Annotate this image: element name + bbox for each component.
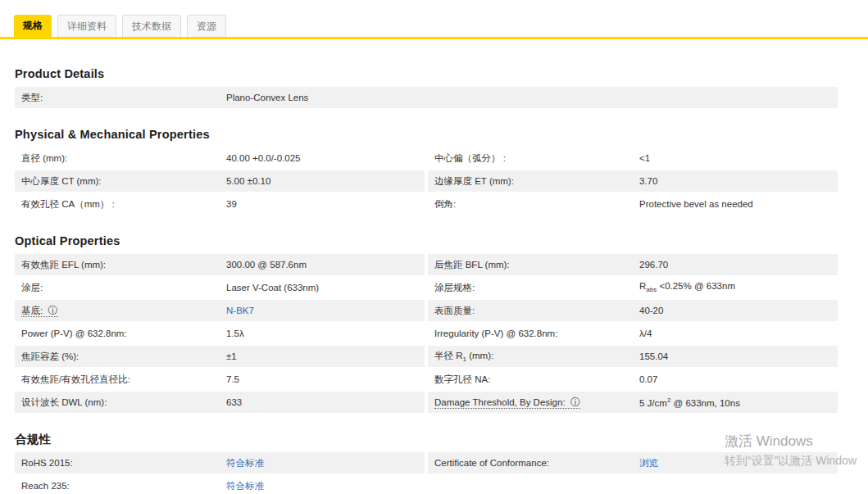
info-icon[interactable]: ⓘ [568, 397, 580, 408]
spec-value: 40.00 +0.0/-0.025 [226, 153, 425, 163]
spec-value: 300.00 @ 587.6nm [226, 260, 425, 270]
spec-value: Laser V-Coat (633nm) [226, 283, 425, 292]
spec-value: 155.04 [639, 351, 838, 361]
text-segment: <0.25% @ 633nm [657, 281, 735, 291]
spec-content: Product Details类型:Plano-Convex LensPhysi… [15, 67, 838, 494]
spec-cell: 有效焦距 EFL (mm):300.00 @ 587.6nm [15, 254, 425, 275]
spec-cell: 中心厚度 CT (mm):5.00 ±0.10 [15, 170, 425, 192]
spec-label: Certificate of Conformance: [434, 458, 639, 468]
spec-row: RoHS 2015:符合标准Certificate of Conformance… [15, 452, 838, 474]
spec-value: Protective bevel as needed [639, 199, 838, 209]
spec-value: 633 [226, 397, 425, 407]
tab-bar: 规格详细资料技术数据资源 [0, 0, 868, 37]
spec-label: Power (P-V) @ 632.8nm: [21, 329, 226, 338]
tab-details[interactable]: 详细资料 [57, 15, 116, 37]
tooltip-term[interactable]: Damage Threshold, By Design: ⓘ [434, 397, 580, 409]
spec-cell: 半径 R1 (mm):155.04 [428, 346, 838, 367]
spec-value: 符合标准 [226, 480, 425, 492]
spec-label: 设计波长 DWL (nm): [21, 397, 226, 409]
spec-row: Reach 235:符合标准 [15, 475, 838, 494]
tab-specifications[interactable]: 规格 [14, 15, 52, 37]
spec-label: 中心偏（弧分） : [434, 152, 639, 165]
spec-value: 40-20 [639, 306, 838, 315]
info-icon[interactable]: ⓘ [45, 305, 57, 316]
spec-cell: 涂层:Laser V-Coat (633nm) [15, 277, 425, 298]
spec-row: 有效焦距 EFL (mm):300.00 @ 587.6nm后焦距 BFL (m… [15, 254, 838, 275]
spec-cell: 倒角:Protective bevel as needed [428, 193, 838, 215]
spec-label: 直径 (mm): [21, 152, 226, 165]
spec-label: 有效焦距 EFL (mm): [21, 259, 226, 271]
spec-value: 3.70 [639, 176, 838, 186]
spec-cell: 有效焦距/有效孔径直径比:7.5 [15, 369, 425, 390]
section-optical-properties: Optical Properties有效焦距 EFL (mm):300.00 @… [15, 234, 838, 413]
spec-label: 表面质量: [434, 305, 639, 317]
spec-value: N-BK7 [226, 306, 425, 315]
tooltip-term[interactable]: 基底: ⓘ [21, 306, 58, 317]
spec-label: 涂层: [21, 282, 226, 294]
spec-value: 1.5λ [226, 329, 425, 338]
spec-row: 有效焦距/有效孔径直径比:7.5数字孔径 NA:0.07 [15, 369, 838, 390]
spec-value-link[interactable]: N-BK7 [226, 306, 254, 315]
spec-value-link[interactable]: 符合标准 [226, 481, 264, 491]
spec-cell: 基底: ⓘN-BK7 [15, 300, 425, 321]
spec-cell: Power (P-V) @ 632.8nm:1.5λ [15, 323, 425, 344]
spec-value: <1 [639, 153, 838, 163]
spec-label: 有效焦距/有效孔径直径比: [21, 374, 226, 386]
section-title: Product Details [15, 67, 838, 80]
spec-cell: 后焦距 BFL (mm):296.70 [428, 254, 838, 275]
spec-row: 涂层:Laser V-Coat (633nm)涂层规格:Rabs <0.25% … [15, 277, 838, 298]
spec-cell: 边缘厚度 ET (mm):3.70 [428, 170, 838, 192]
spec-label: 边缘厚度 ET (mm): [434, 175, 639, 188]
spec-value: 7.5 [226, 374, 425, 384]
tab-technical-data[interactable]: 技术数据 [122, 15, 181, 37]
spec-label: 中心厚度 CT (mm): [21, 175, 226, 188]
spec-cell: 设计波长 DWL (nm):633 [15, 392, 425, 413]
spec-cell: 焦距容差 (%):±1 [15, 346, 425, 367]
spec-page: 规格详细资料技术数据资源 Product Details类型:Plano-Con… [0, 0, 868, 494]
tab-resources[interactable]: 资源 [187, 15, 226, 37]
spec-cell: 有效孔径 CA（mm） :39 [15, 193, 425, 215]
spec-label: Reach 235: [21, 481, 226, 491]
spec-row: 设计波长 DWL (nm):633Damage Threshold, By De… [15, 392, 838, 413]
spec-value: λ/4 [639, 329, 838, 338]
spec-label: 数字孔径 NA: [434, 374, 639, 386]
spec-value: 浏览 [639, 457, 838, 469]
section-product-details: Product Details类型:Plano-Convex Lens [15, 67, 838, 108]
spec-value: 296.70 [639, 260, 838, 270]
spec-row: 中心厚度 CT (mm):5.00 ±0.10边缘厚度 ET (mm):3.70 [15, 170, 838, 192]
section-title: 合规性 [15, 433, 838, 446]
spec-value: Plano-Convex Lens [226, 93, 838, 102]
text-segment: 半径 R [434, 351, 463, 360]
spec-cell: Reach 235:符合标准 [15, 475, 425, 494]
spec-label: Damage Threshold, By Design: ⓘ [434, 396, 639, 410]
spec-label: 涂层规格: [434, 282, 639, 294]
spec-row: 焦距容差 (%):±1半径 R1 (mm):155.04 [15, 346, 838, 367]
spec-label: RoHS 2015: [21, 458, 226, 468]
spec-value: 5 J/cm2 @ 633nm, 10ns [639, 397, 838, 408]
spec-cell: Damage Threshold, By Design: ⓘ5 J/cm2 @ … [428, 392, 838, 413]
spec-label: 类型: [21, 92, 226, 104]
spec-label: 焦距容差 (%): [21, 351, 226, 363]
spec-row: 直径 (mm):40.00 +0.0/-0.025中心偏（弧分） :<1 [15, 147, 838, 169]
text-segment: (mm): [466, 351, 493, 360]
spec-cell: 表面质量:40-20 [428, 300, 838, 321]
spec-cell: Certificate of Conformance:浏览 [428, 452, 838, 474]
spec-value-link[interactable]: 符合标准 [226, 458, 264, 468]
spec-label: 倒角: [434, 198, 639, 211]
spec-cell: 直径 (mm):40.00 +0.0/-0.025 [15, 147, 425, 169]
spec-value-link[interactable]: 浏览 [639, 458, 658, 468]
spec-label: Irregularity (P-V) @ 632.8nm: [434, 329, 639, 338]
spec-cell: 涂层规格:Rabs <0.25% @ 633nm [428, 277, 838, 298]
text-segment: @ 633nm, 10ns [670, 398, 740, 408]
subscript-text: abs [646, 287, 657, 294]
tab-underline [0, 37, 868, 39]
spec-cell: 数字孔径 NA:0.07 [428, 369, 838, 390]
section-physical-mechanical: Physical & Mechanical Properties直径 (mm):… [15, 128, 838, 215]
spec-label: 基底: ⓘ [21, 304, 226, 318]
section-title: Optical Properties [15, 234, 838, 247]
spec-label: 后焦距 BFL (mm): [434, 259, 639, 271]
section-title: Physical & Mechanical Properties [15, 128, 838, 141]
spec-cell: 类型:Plano-Convex Lens [15, 87, 838, 108]
spec-value: 39 [226, 199, 425, 209]
spec-value: Rabs <0.25% @ 633nm [639, 281, 838, 293]
